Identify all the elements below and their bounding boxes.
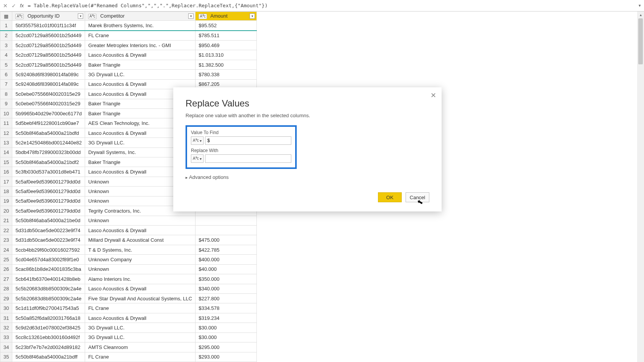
cell-amount[interactable]: $30.000 xyxy=(196,323,257,333)
cell-competitor[interactable]: 3G Drywall LLC. xyxy=(85,323,196,333)
cell-opportunity-id[interactable]: 5bdb478fb7289000323b00dd xyxy=(12,147,85,157)
table-row[interactable]: 45c2cd07129a856001b25d449Lasco Acoustics… xyxy=(0,50,257,60)
cell-competitor[interactable]: Lasco Acoustics & Drywall xyxy=(85,313,196,323)
cell-opportunity-id[interactable]: 5c0ebe075566f40020315e29 xyxy=(12,89,85,99)
cell-opportunity-id[interactable]: 5d31db50cae5de00223e9f74 xyxy=(12,235,85,245)
corner-cell[interactable]: ▦ xyxy=(0,12,12,21)
cell-amount[interactable]: $475.000 xyxy=(196,235,257,245)
cell-opportunity-id[interactable]: 5b9965b40d29e7000ec6177d xyxy=(12,108,85,118)
cell-opportunity-id[interactable]: 5cb641fb6370e4001428b8eb xyxy=(12,274,85,284)
cell-opportunity-id[interactable]: 5c5af0ee9d5396001279dd0d xyxy=(12,177,85,186)
cell-amount[interactable] xyxy=(196,216,257,225)
cell-opportunity-id[interactable]: 5c2cd07129a856001b25d449 xyxy=(12,50,85,60)
cell-competitor[interactable]: Lasco Acoustics & Drywall xyxy=(85,226,196,235)
cell-opportunity-id[interactable]: 5c2cd07129a856001b25d449 xyxy=(12,41,85,50)
scroll-thumb[interactable] xyxy=(638,18,643,64)
cell-competitor[interactable]: Unknown Company xyxy=(85,255,196,264)
cell-opportunity-id[interactable]: 5ccb4bb29f60c00016027592 xyxy=(12,245,85,254)
cell-competitor[interactable]: Greater Metroplex Interiors Inc. - GMI xyxy=(85,41,196,50)
cell-opportunity-id[interactable]: 5c50b8f46aba54000a21be0d xyxy=(12,216,85,225)
cell-amount[interactable]: $40.000 xyxy=(196,264,257,274)
table-row[interactable]: 15bf3557581c01f001f11c34fMarek Brothers … xyxy=(0,21,257,31)
table-row[interactable]: 295c5b20683d8b8500309c2a4eFive Star Dryw… xyxy=(0,293,257,303)
cell-opportunity-id[interactable]: 5cac86b1b8de24001835c3ba xyxy=(12,264,85,274)
cancel-button[interactable]: Cancel xyxy=(406,192,429,202)
cell-amount[interactable]: $293.000 xyxy=(196,352,257,362)
table-row[interactable]: 35c2cd07129a856001b25d449Greater Metropl… xyxy=(0,41,257,50)
cell-competitor[interactable]: Five Star Drywall And Acoustical Systems… xyxy=(85,293,196,303)
filter-dropdown-icon[interactable]: ▾ xyxy=(250,13,255,19)
cell-amount[interactable]: $785.511 xyxy=(196,31,257,41)
cell-opportunity-id[interactable]: 5c5b20683d8b8500309c2a4e xyxy=(12,284,85,293)
cell-opportunity-id[interactable]: 5cc8c13261ebb300160d492f xyxy=(12,333,85,342)
cell-opportunity-id[interactable]: 5c5b20683d8b8500309c2a4e xyxy=(12,293,85,303)
cell-opportunity-id[interactable]: 5c50b8f46aba54000a21bdfd xyxy=(12,128,85,138)
cell-competitor[interactable]: AMTS Cleanroom xyxy=(85,342,196,352)
cell-opportunity-id[interactable]: 5c92408d6f83980014fa089c xyxy=(12,79,85,89)
expand-formula-icon[interactable]: ▾ xyxy=(639,3,641,8)
table-row[interactable]: 225d31db50cae5de00223e9f74Lasco Acoustic… xyxy=(0,226,257,235)
table-row[interactable]: 265cac86b1b8de24001835c3baUnknown$40.000 xyxy=(0,264,257,274)
table-row[interactable]: 325c9d2d63d1e078002ef384253G Drywall LLC… xyxy=(0,323,257,333)
cell-competitor[interactable]: Marek Brothers Systems, Inc. xyxy=(85,21,196,31)
close-icon[interactable]: ✕ xyxy=(430,91,436,100)
formula-input[interactable]: = Table.ReplaceValue(#"Renamed Columns",… xyxy=(28,3,635,8)
cell-opportunity-id[interactable]: 5cd04e657d4a83002f89f1e0 xyxy=(12,255,85,264)
cell-competitor[interactable]: Unknown xyxy=(85,216,196,225)
table-row[interactable]: 315c50a852f6da820031766a18Lasco Acoustic… xyxy=(0,313,257,323)
cell-competitor[interactable]: FL Crane xyxy=(85,352,196,362)
table-row[interactable]: 255cd04e657d4a83002f89f1e0Unknown Compan… xyxy=(0,255,257,264)
filter-dropdown-icon[interactable]: ▾ xyxy=(188,13,194,19)
vertical-scrollbar[interactable]: ▴ xyxy=(637,11,644,362)
cell-opportunity-id[interactable]: 5c9d2d63d1e078002ef38425 xyxy=(12,323,85,333)
cell-competitor[interactable]: 3G Drywall LLC. xyxy=(85,70,196,79)
table-row[interactable]: 215c50b8f46aba54000a21be0dUnknown xyxy=(0,216,257,225)
cell-opportunity-id[interactable]: 5c1d11df0f9b2700417543a5 xyxy=(12,303,85,313)
filter-dropdown-icon[interactable]: ▾ xyxy=(78,13,83,19)
table-row[interactable]: 275cb641fb6370e4001428b8ebAlamo Interior… xyxy=(0,274,257,284)
cell-amount[interactable]: $780.338 xyxy=(196,70,257,79)
cell-amount[interactable]: $400.000 xyxy=(196,255,257,264)
cell-opportunity-id[interactable]: 5c23bf7e7b7e2d0024d89182 xyxy=(12,342,85,352)
table-row[interactable]: 25c2cd07129a856001b25d449FL Crane$785.51… xyxy=(0,31,257,41)
cell-amount[interactable]: $350.000 xyxy=(196,274,257,284)
find-type-dropdown[interactable]: Aᴯc ▾ xyxy=(191,136,204,145)
table-row[interactable]: 55c2cd07129a856001b25d449Baker Triangle$… xyxy=(0,60,257,69)
advanced-options-toggle[interactable]: Advanced options xyxy=(186,174,429,180)
cell-competitor[interactable]: FL Crane xyxy=(85,303,196,313)
cell-opportunity-id[interactable]: 5c2cd07129a856001b25d449 xyxy=(12,60,85,69)
cell-competitor[interactable]: FL Crane xyxy=(85,31,196,41)
table-row[interactable]: 285c5b20683d8b8500309c2a4eLasco Acoustic… xyxy=(0,284,257,293)
cell-opportunity-id[interactable]: 5c5af0ee9d5396001279dd0d xyxy=(12,196,85,206)
replace-with-input[interactable] xyxy=(205,154,291,163)
cell-opportunity-id[interactable]: 5c92408d6f83980014fa089c xyxy=(12,70,85,79)
cell-amount[interactable]: $340.000 xyxy=(196,284,257,293)
cell-amount[interactable]: $422.785 xyxy=(196,245,257,254)
cell-amount[interactable]: $334.578 xyxy=(196,303,257,313)
cell-amount[interactable]: $1.013.310 xyxy=(196,50,257,60)
cancel-formula-icon[interactable]: ✕ xyxy=(3,3,8,9)
cell-opportunity-id[interactable]: 5c5af0ee9d5396001279dd0d xyxy=(12,187,85,196)
cell-competitor[interactable]: Lasco Acoustics & Drywall xyxy=(85,284,196,293)
accept-formula-icon[interactable]: ✓ xyxy=(12,3,16,9)
cell-opportunity-id[interactable]: 5c2cd07129a856001b25d449 xyxy=(12,31,85,41)
cell-amount[interactable]: $30.000 xyxy=(196,333,257,342)
table-row[interactable]: 355c50b8f46aba54000a21bdffFL Crane$293.0… xyxy=(0,352,257,362)
cell-opportunity-id[interactable]: 5c2e14250486bd0012440e82 xyxy=(12,138,85,147)
cell-opportunity-id[interactable]: 5d31db50cae5de00223e9f74 xyxy=(12,226,85,235)
cell-opportunity-id[interactable]: 5c3fb030d537a3001d8eb471 xyxy=(12,167,85,177)
cell-competitor[interactable]: Unknown xyxy=(85,264,196,274)
column-header-amount[interactable]: Aᴯc Amount ▾ xyxy=(196,12,257,21)
value-to-find-input[interactable] xyxy=(205,136,291,145)
cell-opportunity-id[interactable]: 5bf3557581c01f001f11c34f xyxy=(12,21,85,31)
scroll-up-icon[interactable]: ▴ xyxy=(637,11,644,18)
cell-amount[interactable]: $950.469 xyxy=(196,41,257,50)
cell-opportunity-id[interactable]: 5c5af0ee9d5396001279dd0d xyxy=(12,206,85,216)
cell-amount[interactable]: $95.552 xyxy=(196,21,257,31)
column-header-competitor[interactable]: Aᴯc Competitor ▾ xyxy=(85,12,196,21)
cell-competitor[interactable]: Alamo Interiors Inc. xyxy=(85,274,196,284)
cell-opportunity-id[interactable]: 5c50b8f46aba54000a21bdf2 xyxy=(12,157,85,167)
cell-competitor[interactable]: T & D Systems, Inc. xyxy=(85,245,196,254)
ok-button[interactable]: OK xyxy=(378,192,402,202)
cell-amount[interactable]: $227.800 xyxy=(196,293,257,303)
